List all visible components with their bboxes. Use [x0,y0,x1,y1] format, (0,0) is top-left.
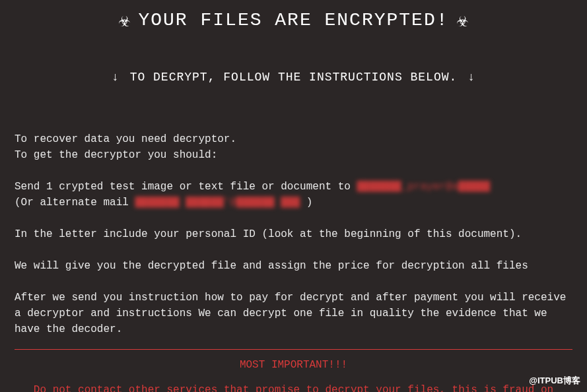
ransom-note-container: ☣ YOUR FILES ARE ENCRYPTED! ☣ ↓ TO DECRY… [0,0,587,392]
watermark: @ITPUB博客 [529,375,580,387]
body-line: To get the decryptor you should: [15,147,572,163]
divider-line [15,349,572,350]
body-text: Send 1 crypted test image or text file o… [15,181,357,193]
email-instruction-line: Send 1 crypted test image or text file o… [15,179,572,195]
arrow-down-icon: ↓ [467,71,475,84]
instructions-body: To recover data you need decryptor. To g… [15,131,572,337]
biohazard-icon: ☣ [457,8,469,32]
arrow-down-icon: ↓ [112,71,120,84]
body-line: To recover data you need decryptor. [15,131,572,147]
body-line: In the letter include your personal ID (… [15,226,572,242]
main-title: YOUR FILES ARE ENCRYPTED! [138,10,448,30]
important-header: MOST IMPORTANT!!! [15,359,572,371]
redacted-email: ███████_prayer@a█████ [357,181,490,193]
header-row: ☣ YOUR FILES ARE ENCRYPTED! ☣ [15,8,572,32]
biohazard-icon: ☣ [118,8,130,32]
body-line: After we send you instruction how to pay… [15,290,572,337]
warning-text: Do not contact other services that promi… [15,383,572,392]
body-line: We will give you the decrypted file and … [15,258,572,274]
body-text: (Or alternate mail [15,197,135,209]
sub-header-text: TO DECRYPT, FOLLOW THE INSTRUCTIONS BELO… [130,71,458,84]
alternate-email-line: (Or alternate mail ███████ ██████'@█████… [15,195,572,211]
sub-header: ↓ TO DECRYPT, FOLLOW THE INSTRUCTIONS BE… [15,71,572,84]
body-text: ) [300,197,312,209]
redacted-email: ███████ ██████'@██████ ███ [135,197,300,209]
